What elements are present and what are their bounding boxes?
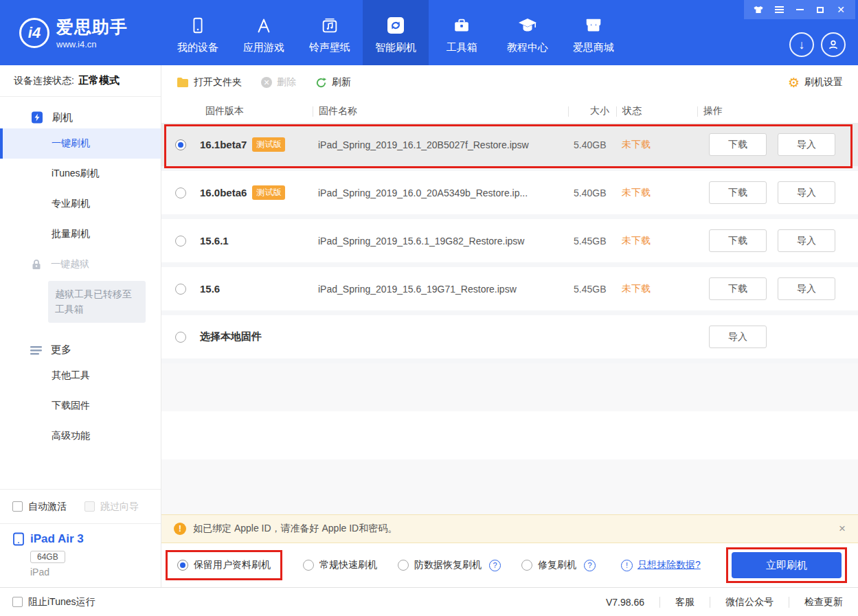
nav-my-device[interactable]: 我的设备 [165, 0, 231, 65]
flash-options: 保留用户资料刷机 常规快速刷机 防数据恢复刷机 ? 修复刷机 ? ! 只想抹除数… [161, 543, 858, 587]
user-account-icon[interactable] [821, 32, 846, 57]
sidebar: 设备连接状态: 正常模式 刷机 一键刷机 iTunes刷机 专业刷机 批量刷机 [0, 65, 161, 587]
radio-unselected [521, 560, 532, 571]
theme-skin-button[interactable] [748, 0, 769, 19]
erase-data-link[interactable]: 只想抹除数据? [637, 559, 701, 571]
maximize-button[interactable] [810, 0, 831, 19]
delete-x-icon: ✕ [261, 77, 272, 88]
radio-unselected[interactable] [175, 236, 186, 247]
help-icon[interactable]: ? [489, 560, 501, 571]
sidebar-group-more: 更多 [30, 343, 161, 356]
radio-selected[interactable] [175, 139, 186, 150]
flash-now-button[interactable]: 立即刷机 [732, 552, 842, 578]
storefront-icon [584, 14, 603, 37]
auto-activate-checkbox[interactable]: 自动激活 [12, 501, 67, 513]
open-folder-button[interactable]: 打开文件夹 [177, 76, 242, 89]
nav-smart-flash[interactable]: 智能刷机 [363, 0, 429, 65]
import-button[interactable]: 导入 [778, 277, 835, 300]
download-button[interactable]: 下载 [709, 133, 767, 156]
skip-setup-checkbox: 跳过向导 [84, 501, 139, 513]
sidebar-item-batch-flash[interactable]: 批量刷机 [0, 219, 161, 249]
download-button[interactable]: 下载 [709, 181, 767, 204]
delete-button: ✕ 删除 [261, 76, 296, 89]
download-button[interactable]: 下载 [709, 277, 767, 300]
sidebar-item-download-firmware[interactable]: 下载固件 [0, 391, 161, 421]
download-button[interactable]: 下载 [709, 229, 767, 252]
option-anti-recovery-flash[interactable]: 防数据恢复刷机 ? [398, 559, 501, 571]
device-icon [188, 14, 207, 37]
connection-status-value: 正常模式 [78, 74, 120, 87]
more-lines-icon [30, 345, 43, 355]
sidebar-item-pro-flash[interactable]: 专业刷机 [0, 189, 161, 219]
status-badge: 未下载 [616, 139, 697, 151]
table-header: 固件版本 固件名称 大小 状态 操作 [161, 100, 858, 123]
column-size: 大小 [568, 106, 616, 117]
sidebar-group-flash: 刷机 [30, 111, 161, 124]
option-keep-user-data[interactable]: 保留用户资料刷机 [177, 559, 271, 571]
firmware-row-local[interactable]: 选择本地固件 导入 [161, 315, 858, 358]
firmware-row-16.1beta7[interactable]: 16.1beta7 测试版 iPad_Spring_2019_16.1_20B5… [161, 123, 858, 166]
firmware-toolbar: 打开文件夹 ✕ 删除 刷新 ⚙ 刷机设置 [161, 65, 858, 100]
checkbox-icon [12, 501, 23, 512]
minimize-button[interactable] [789, 0, 810, 19]
firmware-row-15.6[interactable]: 15.6 iPad_Spring_2019_15.6_19G71_Restore… [161, 267, 858, 310]
sidebar-checkboxes: 自动激活 跳过向导 [0, 489, 161, 523]
warning-icon: ! [174, 523, 186, 535]
radio-unselected[interactable] [175, 187, 186, 198]
customer-service-link[interactable]: 客服 [675, 596, 695, 608]
checkbox-icon [84, 501, 95, 512]
connection-status: 设备连接状态: 正常模式 [0, 65, 161, 97]
lock-icon [30, 258, 43, 271]
close-button[interactable]: ✕ [831, 0, 851, 19]
status-badge: 未下载 [616, 235, 697, 247]
nav-apps-games[interactable]: 应用游戏 [231, 0, 297, 65]
beta-badge: 测试版 [252, 185, 285, 200]
checkbox-icon [12, 597, 23, 607]
firmware-row-15.6.1[interactable]: 15.6.1 iPad_Spring_2019_15.6.1_19G82_Res… [161, 219, 858, 262]
radio-unselected [303, 560, 314, 571]
nav-store[interactable]: 爱思商城 [561, 0, 626, 65]
check-update-link[interactable]: 检查更新 [804, 596, 843, 608]
notice-close-icon[interactable]: × [839, 522, 846, 536]
import-button[interactable]: 导入 [778, 133, 835, 156]
import-button[interactable]: 导入 [778, 229, 835, 252]
firmware-row-16.0beta6[interactable]: 16.0beta6 测试版 iPad_Spring_2019_16.0_20A5… [161, 171, 858, 214]
flash-refresh-icon [385, 14, 406, 37]
refresh-button[interactable]: 刷新 [315, 76, 351, 89]
help-icon[interactable]: ? [584, 560, 596, 571]
flash-settings-button[interactable]: ⚙ 刷机设置 [788, 76, 843, 89]
app-logo: i4 爱思助手 www.i4.cn [0, 0, 165, 65]
folder-icon [177, 77, 189, 88]
sidebar-item-one-key-flash[interactable]: 一键刷机 [0, 128, 161, 159]
tablet-icon [12, 532, 25, 546]
import-button[interactable]: 导入 [778, 181, 835, 204]
sidebar-item-other-tools[interactable]: 其他工具 [0, 361, 161, 391]
nav-ringtones[interactable]: 铃声壁纸 [297, 0, 363, 65]
nav-tutorials[interactable]: 教程中心 [495, 0, 561, 65]
menu-button[interactable] [769, 0, 789, 19]
radio-unselected[interactable] [175, 332, 186, 343]
radio-selected [177, 560, 188, 571]
jailbreak-note: 越狱工具已转移至工具箱 [48, 281, 146, 323]
app-version: V7.98.66 [606, 597, 644, 608]
option-normal-flash[interactable]: 常规快速刷机 [303, 559, 377, 571]
column-firmware-name: 固件名称 [313, 106, 568, 117]
main-panel: 打开文件夹 ✕ 删除 刷新 ⚙ 刷机设置 固件版本 [161, 65, 858, 587]
status-badge: 未下载 [616, 283, 697, 295]
sidebar-item-advanced[interactable]: 高级功能 [0, 421, 161, 451]
logo-icon: i4 [19, 18, 49, 48]
sidebar-item-itunes-flash[interactable]: iTunes刷机 [0, 159, 161, 189]
download-manager-icon[interactable]: ↓ [789, 32, 814, 57]
import-button[interactable]: 导入 [709, 326, 767, 348]
annotation-option-highlight: 保留用户资料刷机 [166, 550, 282, 580]
connection-status-label: 设备连接状态: [14, 75, 74, 87]
beta-badge: 测试版 [252, 137, 285, 152]
radio-unselected[interactable] [175, 284, 186, 295]
block-itunes-checkbox[interactable]: 阻止iTunes运行 [12, 596, 95, 608]
option-repair-flash[interactable]: 修复刷机 ? [521, 559, 596, 571]
appstore-icon [254, 14, 273, 37]
device-name: iPad Air 3 [12, 532, 148, 546]
column-status: 状态 [616, 106, 697, 117]
wechat-link[interactable]: 微信公众号 [725, 596, 774, 608]
nav-toolbox[interactable]: 工具箱 [429, 0, 495, 65]
